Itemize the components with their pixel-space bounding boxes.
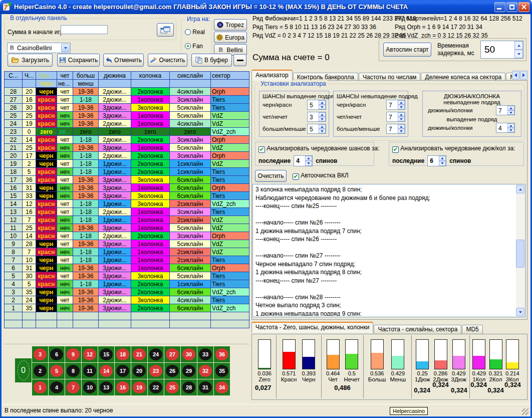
copy-to-buffer-button[interactable]: В буфер	[191, 54, 232, 67]
maximize-button[interactable]	[506, 2, 517, 12]
board-number-26[interactable]: 26	[164, 363, 180, 379]
close-button[interactable]	[518, 2, 529, 12]
tab-3[interactable]: Деление колеса на сектора	[421, 73, 505, 81]
tab-1[interactable]: Контроль банкролла	[293, 73, 358, 81]
board-number-4[interactable]: 4	[49, 379, 65, 395]
board-number-25[interactable]: 25	[164, 379, 180, 395]
minimize-button[interactable]	[494, 2, 505, 12]
board-number-10[interactable]: 10	[82, 379, 98, 395]
board-number-35[interactable]: 35	[214, 363, 230, 379]
board-number-28[interactable]: 28	[181, 379, 197, 395]
stepper-up-button[interactable]	[398, 112, 405, 117]
board-number-31[interactable]: 31	[197, 379, 213, 395]
title-bar[interactable]: 7 HelperCasino 4.0 - create helperroulle…	[0, 0, 532, 14]
col-header[interactable]: чет	[57, 72, 73, 80]
stepper-down-button[interactable]	[319, 129, 326, 133]
radio-fan[interactable]: Fan	[185, 43, 203, 50]
detach-panel-button[interactable]	[157, 23, 174, 37]
col-header[interactable]: колонка	[131, 72, 170, 80]
stepper-up-button[interactable]	[507, 123, 514, 128]
board-number-23[interactable]: 23	[148, 363, 164, 379]
scroll-down-button[interactable]	[516, 308, 524, 316]
load-button[interactable]: Загрузить	[8, 54, 53, 67]
stepper-down-button[interactable]	[305, 161, 312, 166]
collapse-button[interactable]	[233, 54, 246, 66]
stepper-up-button[interactable]	[398, 100, 405, 105]
stepper-down-button[interactable]	[398, 117, 405, 121]
tab-scroll-right-button[interactable]	[520, 71, 527, 80]
tab-0[interactable]: Анализатор	[251, 70, 293, 81]
col-header[interactable]: С...	[5, 72, 23, 80]
chances-alternation-checkbox[interactable]: ✔	[258, 146, 265, 153]
stepper-up-button[interactable]	[305, 156, 312, 161]
board-number-16[interactable]: 16	[115, 379, 131, 395]
chances-spins-stepper[interactable]: 4	[294, 155, 313, 166]
board-number-2[interactable]: 2	[32, 363, 48, 379]
high-low-hit-stepper[interactable]: 5	[307, 124, 326, 134]
board-number-34[interactable]: 34	[214, 379, 230, 395]
col-header[interactable]: дюжина	[99, 72, 131, 80]
board-number-18[interactable]: 18	[115, 346, 131, 362]
dozen-column-miss-stepper[interactable]: 7	[496, 105, 515, 115]
stepper-up-button[interactable]	[319, 112, 326, 117]
board-number-21[interactable]: 21	[131, 346, 147, 362]
undo-button[interactable]: Отменить	[103, 54, 144, 67]
tab-2[interactable]: Частоты по числам	[359, 73, 420, 81]
board-number-0[interactable]: 0	[15, 358, 32, 382]
stepper-up-button[interactable]	[319, 100, 326, 105]
scroll-up-button[interactable]	[516, 185, 524, 193]
stepper-up-button[interactable]	[398, 124, 405, 129]
board-number-27[interactable]: 27	[164, 346, 180, 362]
stepper-down-button[interactable]	[398, 129, 405, 133]
board-number-9[interactable]: 9	[65, 346, 81, 362]
board-number-22[interactable]: 22	[148, 379, 164, 395]
board-number-8[interactable]: 8	[65, 363, 81, 379]
board-number-30[interactable]: 30	[181, 346, 197, 362]
delay-stepper[interactable]: 50	[480, 41, 523, 59]
even-odd-hit-stepper[interactable]: 3	[307, 112, 326, 122]
board-number-36[interactable]: 36	[214, 346, 230, 362]
board-number-19[interactable]: 19	[131, 379, 147, 395]
tab-0[interactable]: Частота - Zero, шансы, дюжины, колонки	[251, 322, 373, 333]
board-number-29[interactable]: 29	[181, 363, 197, 379]
board-number-32[interactable]: 32	[197, 363, 213, 379]
col-header[interactable]: сикслайн	[170, 72, 211, 80]
dozen-spins-stepper[interactable]: 6	[427, 155, 446, 166]
log-clear-button[interactable]: Очистить	[255, 170, 287, 182]
tab-2[interactable]: MD5	[462, 325, 482, 334]
board-number-12[interactable]: 12	[82, 346, 98, 362]
tab-1[interactable]: Частота - сиклайны, сектора	[374, 325, 461, 334]
board-number-17[interactable]: 17	[115, 363, 131, 379]
board-number-7[interactable]: 7	[65, 379, 81, 395]
scrollbar-thumb[interactable]	[516, 240, 524, 268]
autoclean-toggle[interactable]: ✔ Автоочистка ВКЛ	[293, 172, 349, 180]
start-sum-input[interactable]	[61, 25, 108, 34]
resize-grip[interactable]	[522, 408, 528, 415]
black-red-miss-stepper[interactable]: 7	[386, 100, 405, 110]
tab-4[interactable]: MD5	[506, 73, 512, 81]
tropez-button[interactable]: Tropez	[214, 19, 247, 31]
stepper-down-button[interactable]	[514, 50, 523, 58]
radio-real[interactable]: Real	[185, 29, 205, 36]
dozen-alternation-checkbox[interactable]: ✔	[392, 146, 399, 153]
autospin-start-button[interactable]: Автоспин старт	[383, 43, 431, 57]
analyzer-log[interactable]: 3 колонка невыпадала подряд 8 спин; Набл…	[252, 184, 525, 317]
combo-dropdown-button[interactable]	[61, 44, 70, 52]
autoclean-checkbox[interactable]: ✔	[293, 173, 299, 180]
dozen-column-hit-stepper[interactable]: 4	[496, 123, 515, 133]
casino-select[interactable]: B CasinoBellini	[7, 43, 71, 53]
high-low-miss-stepper[interactable]: 7	[386, 124, 405, 134]
stepper-up-button[interactable]	[507, 106, 514, 110]
board-number-33[interactable]: 33	[197, 346, 213, 362]
stepper-down-button[interactable]	[319, 117, 326, 121]
black-red-hit-stepper[interactable]: 5	[307, 100, 326, 110]
board-number-3[interactable]: 3	[32, 346, 48, 362]
col-header[interactable]: Кра...	[36, 72, 57, 80]
board-number-5[interactable]: 5	[49, 363, 65, 379]
stepper-down-button[interactable]	[319, 105, 326, 109]
europa-button[interactable]: Europa	[214, 32, 247, 43]
tab-scroll-left-button[interactable]	[512, 71, 519, 80]
stepper-up-button[interactable]	[319, 124, 326, 129]
even-odd-miss-stepper[interactable]: 7	[386, 112, 405, 122]
clear-button[interactable]: Очистить	[148, 54, 187, 67]
